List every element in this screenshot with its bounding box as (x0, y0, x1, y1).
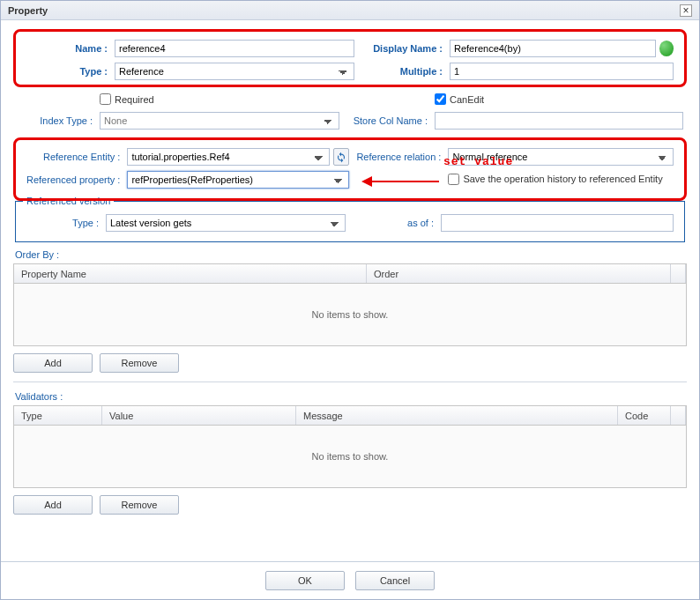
name-label: Name : (23, 37, 111, 60)
refver-type-select[interactable]: Latest version gets (106, 214, 346, 232)
close-icon[interactable]: × (680, 4, 692, 17)
content-area: Name : Display Name : Type : Reference M… (1, 20, 699, 561)
globe-icon[interactable] (659, 41, 674, 56)
display-name-input[interactable] (450, 40, 656, 57)
referenced-version-fieldset: Referenced version Type : Latest version… (15, 196, 685, 242)
type-select[interactable]: Reference (115, 63, 354, 80)
ref-prop-select[interactable]: refProperties(RefProperties) (127, 171, 349, 189)
window-title: Property (8, 5, 48, 16)
refver-type-label: Type : (23, 211, 102, 234)
refver-asof-input[interactable] (441, 214, 674, 232)
validators-col-code: Code (618, 406, 671, 425)
validators-col-type: Type (14, 406, 102, 425)
index-type-select[interactable]: None (100, 112, 339, 130)
type-label: Type : (23, 60, 111, 83)
property-dialog: Property × Name : Display Name : (0, 0, 700, 600)
multiple-input[interactable] (450, 63, 674, 80)
validators-header: Validators : (15, 391, 687, 402)
save-history-checkbox-input[interactable] (448, 174, 459, 185)
save-history-checkbox[interactable]: Save the operation history to referenced… (448, 174, 662, 185)
index-type-label: Index Type : (13, 109, 96, 132)
orderby-empty: No items to show. (14, 284, 686, 345)
separator (13, 381, 687, 382)
store-col-label: Store Col Name : (343, 109, 431, 132)
cancel-button[interactable]: Cancel (355, 571, 435, 590)
top-highlight-box: Name : Display Name : Type : Reference M… (13, 29, 687, 87)
ref-highlight-box: Reference Entity : tutorial.properties.R… (13, 137, 687, 201)
validators-col-value: Value (102, 406, 296, 425)
store-col-input[interactable] (435, 112, 683, 130)
ref-relation-label: Reference relation : (353, 145, 444, 168)
ref-relation-select[interactable]: Normal reference (448, 148, 674, 166)
footer: OK Cancel (1, 561, 699, 599)
validators-col-message: Message (296, 406, 618, 425)
ref-prop-label: Referenced property : (23, 168, 123, 191)
titlebar: Property × (1, 1, 699, 20)
orderby-add-button[interactable]: Add (13, 353, 93, 373)
refver-asof-label: as of : (349, 211, 437, 234)
canedit-checkbox-input[interactable] (435, 93, 446, 105)
validators-grid: Type Value Message Code No items to show… (13, 405, 687, 488)
display-name-label: Display Name : (358, 37, 446, 60)
orderby-col-property: Property Name (14, 264, 367, 283)
validators-add-button[interactable]: Add (13, 495, 93, 515)
validators-empty: No items to show. (14, 426, 686, 487)
orderby-remove-button[interactable]: Remove (100, 353, 179, 373)
multiple-label: Multiple : (358, 60, 446, 83)
name-input[interactable] (115, 40, 354, 57)
orderby-col-order: Order (367, 264, 671, 283)
orderby-header: Order By : (15, 249, 687, 260)
required-checkbox[interactable]: Required (100, 93, 154, 105)
orderby-grid: Property Name Order No items to show. (13, 263, 687, 346)
validators-remove-button[interactable]: Remove (100, 495, 179, 515)
ref-entity-select[interactable]: tutorial.properties.Ref4 (127, 148, 330, 166)
ref-entity-label: Reference Entity : (23, 145, 123, 168)
ok-button[interactable]: OK (265, 571, 345, 590)
canedit-checkbox[interactable]: CanEdit (435, 93, 484, 105)
refresh-icon[interactable] (333, 148, 349, 166)
required-checkbox-input[interactable] (100, 93, 111, 105)
